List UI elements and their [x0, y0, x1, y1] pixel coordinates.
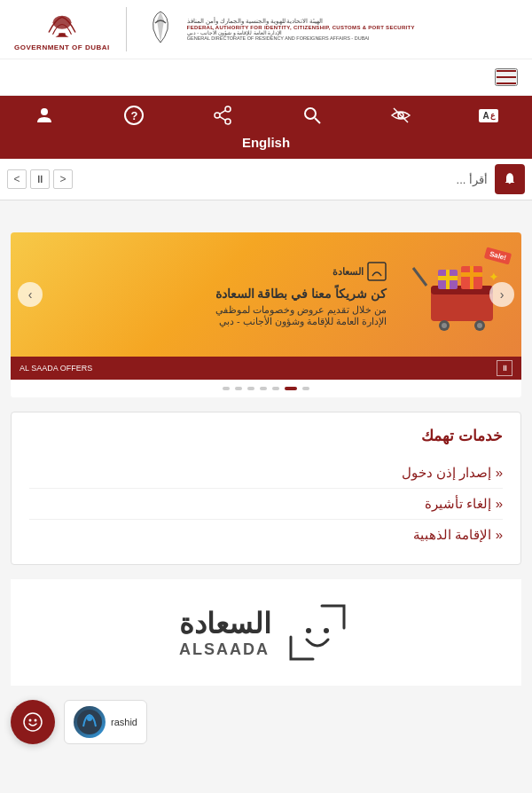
eye-icon	[390, 105, 411, 126]
saada-logo-small	[367, 262, 387, 281]
bottom-row: rashid	[0, 700, 532, 758]
carousel-dot-4[interactable]	[260, 387, 267, 390]
hamburger-line-2	[497, 76, 516, 78]
carousel-dot-3[interactable]	[247, 387, 254, 390]
chat-smile-icon	[22, 711, 43, 733]
hamburger-bar	[0, 59, 532, 96]
rashid-badge[interactable]: rashid	[64, 700, 147, 744]
carousel-footer-text: AL SAADA OFFERS	[20, 364, 92, 373]
carousel-subtitle: من خلال تقديم عروض وخصومات لموظفي	[21, 304, 387, 316]
ica-sub-en: GENERAL DIRECTORATE OF RESIDENCY AND FOR…	[187, 35, 370, 41]
svg-line-9	[220, 116, 226, 120]
carousel-dot-2[interactable]	[235, 387, 242, 390]
service-item-1[interactable]: إصدار إذن دخول	[29, 458, 503, 489]
service-item-3[interactable]: الإقامة الذهبية	[29, 520, 503, 550]
language-nav-icon[interactable]: A ع	[479, 109, 497, 122]
carousel-subtitle2: الإدارة العامة للإقامة وشؤون الأجانب - د…	[21, 316, 387, 327]
svg-point-20	[477, 323, 482, 328]
chat-button[interactable]	[11, 700, 55, 744]
nav-icons-row: ?	[0, 96, 532, 130]
svg-rect-14	[368, 263, 386, 280]
notification-bell-button[interactable]	[495, 164, 525, 194]
svg-point-30	[24, 713, 42, 731]
svg-point-31	[29, 719, 32, 722]
nav-bar: ?	[0, 96, 532, 159]
alsaada-english-name: ALSAADA	[179, 640, 270, 659]
search-nav-icon[interactable]	[301, 105, 323, 126]
ticker-next-button[interactable]: >	[53, 169, 73, 189]
ica-arabic-text: الهيئة الاتحادية للهوية والجنسية والجمار…	[187, 18, 324, 25]
svg-rect-26	[470, 266, 473, 289]
question-mark-icon: ?	[123, 105, 145, 126]
magnifier-icon	[301, 105, 323, 126]
svg-line-13	[394, 108, 408, 122]
carousel-footer: AL SAADA OFFERS ⏸	[11, 357, 521, 380]
svg-point-2	[41, 108, 48, 115]
rashid-label: rashid	[111, 717, 137, 727]
alsaada-icon-graphic	[282, 597, 353, 668]
svg-point-18	[442, 323, 447, 328]
svg-point-29	[324, 628, 329, 633]
accessibility-nav-icon[interactable]	[390, 105, 411, 126]
service-item-2[interactable]: إلغاء تأشيرة	[29, 489, 503, 520]
ticker-bar: < ⏸ > أقرأ ...	[0, 159, 532, 200]
carousel-text-area: السعادة كن شريكاً معنا في بطاقة السعادة …	[21, 262, 395, 327]
rashid-avatar	[74, 706, 106, 738]
gov-dubai-emblem	[35, 8, 89, 43]
person-icon	[34, 105, 55, 126]
carousel-inner: ‹ السعادة كن شريكاً معنا في بطاقة السعاد…	[11, 232, 521, 357]
services-title: خدمات تهمك	[29, 427, 503, 445]
gov-dubai-text: GOVERNMENT OF DUBAI	[14, 43, 110, 51]
saada-label: السعادة	[332, 266, 364, 278]
svg-point-34	[87, 716, 92, 721]
carousel-dot-1[interactable]	[223, 387, 230, 390]
svg-line-8	[220, 110, 226, 114]
ticker-controls: < ⏸ >	[7, 169, 73, 189]
alsaada-logo: السعادة ALSAADA	[179, 597, 353, 668]
carousel-section: ‹ السعادة كن شريكاً معنا في بطاقة السعاد…	[11, 232, 521, 397]
carousel-next-button[interactable]: ›	[489, 282, 514, 307]
spacer-1	[0, 200, 532, 218]
language-badge: A ع	[479, 109, 497, 122]
ticker-pause-button[interactable]: ⏸	[30, 169, 50, 189]
bell-icon	[503, 172, 517, 186]
svg-point-28	[306, 628, 311, 633]
svg-point-33	[77, 710, 102, 734]
svg-point-7	[225, 119, 231, 124]
help-nav-icon[interactable]: ?	[123, 105, 145, 126]
carousel-logo: السعادة	[21, 262, 387, 281]
ica-logo: الهيئة الاتحادية للهوية والجنسية والجمار…	[187, 18, 415, 41]
svg-point-5	[225, 106, 231, 112]
header-logos: GOVERNMENT OF DUBAI الهيئة الاتحادية لله…	[14, 7, 415, 51]
header-divider	[126, 7, 127, 51]
carousel-dots	[11, 380, 521, 397]
ticker-text: أقرأ ...	[80, 173, 488, 186]
svg-text:?: ?	[130, 109, 137, 122]
svg-point-10	[305, 108, 316, 119]
hamburger-line-3	[497, 82, 516, 84]
ticker-prev-button[interactable]: <	[7, 169, 27, 189]
svg-line-11	[315, 118, 320, 123]
alsaada-arabic-name: السعادة	[179, 607, 271, 640]
carousel-dot-5[interactable]	[272, 387, 279, 390]
services-section: خدمات تهمك إصدار إذن دخول إلغاء تأشيرة ا…	[11, 412, 521, 565]
svg-point-32	[35, 719, 37, 722]
lang-ar: ع	[490, 111, 495, 120]
alsaada-section: السعادة ALSAADA	[11, 579, 521, 686]
carousel-pause-button[interactable]: ⏸	[497, 360, 512, 376]
carousel-prev-button[interactable]: ‹	[18, 282, 43, 307]
hamburger-menu-button[interactable]	[495, 68, 518, 86]
alsaada-text-logo: السعادة ALSAADA	[179, 607, 271, 659]
carousel-dot-6[interactable]	[285, 387, 297, 390]
rashid-logo	[76, 709, 103, 735]
carousel-dot-7[interactable]	[302, 387, 309, 390]
svg-point-6	[215, 113, 220, 118]
share-nav-icon[interactable]	[212, 105, 233, 126]
page-header: GOVERNMENT OF DUBAI الهيئة الاتحادية لله…	[0, 0, 532, 59]
language-label: English	[0, 130, 532, 159]
hamburger-line-1	[497, 70, 516, 72]
profile-nav-icon[interactable]	[34, 105, 55, 126]
lang-a: A	[482, 111, 489, 121]
carousel-title: كن شريكاً معنا في بطاقة السعادة	[21, 287, 387, 301]
ica-emblem	[143, 7, 178, 51]
